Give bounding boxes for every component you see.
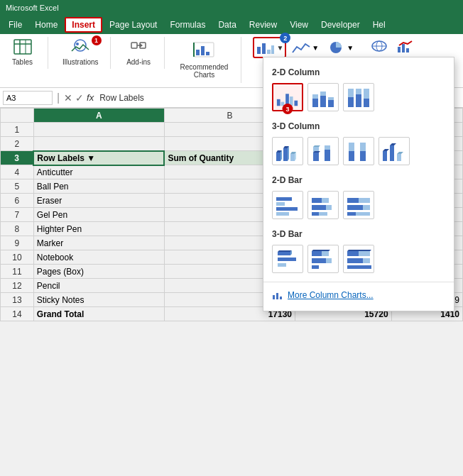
cell-A8[interactable]: Highter Pen bbox=[33, 222, 164, 236]
cell-A6[interactable]: Eraser bbox=[33, 194, 164, 208]
cell-A13[interactable]: Sticky Notes bbox=[33, 293, 164, 307]
menu-bar: File Home Insert Page Layout Formulas Da… bbox=[0, 16, 463, 34]
menu-help[interactable]: Hel bbox=[367, 18, 391, 31]
menu-view[interactable]: View bbox=[284, 18, 314, 31]
cell-A2[interactable] bbox=[33, 137, 164, 151]
menu-page-layout[interactable]: Page Layout bbox=[104, 18, 163, 31]
menu-developer[interactable]: Developer bbox=[315, 18, 366, 31]
row-header-14[interactable]: 14 bbox=[1, 307, 34, 321]
line-chart-button[interactable]: ▼ bbox=[289, 38, 321, 57]
row-header-10[interactable]: 10 bbox=[1, 250, 34, 265]
dropdown-divider bbox=[263, 282, 454, 282]
menu-file[interactable]: File bbox=[3, 18, 28, 31]
svg-marker-97 bbox=[347, 250, 371, 251]
cell-A12[interactable]: Pencil bbox=[33, 279, 164, 293]
row-header-13[interactable]: 13 bbox=[1, 293, 34, 307]
3d-100pct-column-chart[interactable] bbox=[343, 137, 374, 165]
combo-chart-button[interactable] bbox=[394, 37, 418, 55]
menu-formulas[interactable]: Formulas bbox=[164, 18, 211, 31]
3d-clustered-bar-chart[interactable] bbox=[272, 245, 303, 273]
svg-rect-95 bbox=[347, 251, 359, 256]
menu-review[interactable]: Review bbox=[244, 18, 283, 31]
svg-rect-59 bbox=[349, 143, 354, 151]
svg-rect-100 bbox=[347, 265, 371, 269]
3d-stacked-bar-chart[interactable] bbox=[307, 245, 339, 273]
row-header-9[interactable]: 9 bbox=[1, 236, 34, 250]
cell-A7[interactable]: Gel Pen bbox=[33, 208, 164, 222]
row-header-5[interactable]: 5 bbox=[1, 179, 34, 194]
svg-rect-24 bbox=[402, 44, 405, 52]
cell-A1[interactable] bbox=[33, 123, 164, 137]
3d-100pct-bar-chart[interactable] bbox=[343, 245, 374, 273]
row-header-2[interactable]: 2 bbox=[1, 137, 34, 151]
svg-rect-75 bbox=[326, 205, 332, 210]
3d-clustered-column-chart[interactable] bbox=[272, 137, 303, 165]
menu-data[interactable]: Data bbox=[212, 18, 241, 31]
pie-chart-button[interactable]: ▼ bbox=[324, 38, 356, 57]
rec-charts-icon bbox=[192, 40, 215, 63]
section-2d-column-title: 2-D Column bbox=[263, 63, 454, 80]
row-header-4[interactable]: 4 bbox=[1, 165, 34, 179]
recommended-charts-button[interactable]: RecommendedCharts bbox=[176, 37, 233, 82]
svg-rect-49 bbox=[290, 154, 295, 161]
svg-rect-17 bbox=[267, 50, 271, 54]
svg-rect-93 bbox=[326, 258, 332, 263]
row-header-7[interactable]: 7 bbox=[1, 208, 34, 222]
ribbon-group-rec-charts: RecommendedCharts bbox=[176, 37, 242, 83]
svg-rect-39 bbox=[356, 94, 361, 107]
more-column-charts-link[interactable]: More Column Charts... bbox=[263, 285, 454, 305]
other-chart-buttons bbox=[367, 37, 418, 55]
svg-rect-87 bbox=[278, 258, 296, 261]
stacked-column-chart[interactable] bbox=[307, 83, 339, 111]
cell-reference-input[interactable] bbox=[3, 91, 53, 105]
row-header-12[interactable]: 12 bbox=[1, 279, 34, 293]
illustrations-button[interactable]: 1 Illustrations bbox=[60, 37, 102, 67]
3d-stacked-column-chart[interactable] bbox=[307, 137, 339, 165]
3d-col-chart[interactable] bbox=[378, 137, 410, 165]
cell-A10[interactable]: Notebook bbox=[33, 250, 164, 265]
svg-rect-36 bbox=[328, 97, 334, 100]
dropdown-arrow[interactable]: ▼ bbox=[276, 44, 283, 52]
svg-rect-12 bbox=[201, 46, 205, 55]
row-header-1[interactable]: 1 bbox=[1, 123, 34, 137]
menu-insert[interactable]: Insert bbox=[65, 17, 102, 33]
cell-A11[interactable]: Pages (Box) bbox=[33, 265, 164, 279]
svg-rect-23 bbox=[398, 47, 401, 52]
cell-A9[interactable]: Marker bbox=[33, 236, 164, 250]
illustrations-icon bbox=[70, 38, 90, 57]
svg-rect-57 bbox=[325, 145, 330, 150]
clustered-bar-chart[interactable] bbox=[272, 191, 303, 219]
row-header-3[interactable]: 3 bbox=[1, 151, 34, 165]
svg-rect-13 bbox=[206, 52, 209, 55]
map-chart-button[interactable] bbox=[367, 37, 391, 55]
row-header-8[interactable]: 8 bbox=[1, 222, 34, 236]
ribbon-group-addins: Add-ins bbox=[122, 37, 165, 69]
svg-rect-82 bbox=[347, 212, 356, 216]
menu-home[interactable]: Home bbox=[29, 18, 63, 31]
cell-A4[interactable]: Anticutter bbox=[33, 165, 164, 179]
100pct-stacked-bar-chart[interactable] bbox=[343, 191, 374, 219]
row-header-11[interactable]: 11 bbox=[1, 265, 34, 279]
row-header-6[interactable]: 6 bbox=[1, 194, 34, 208]
svg-rect-66 bbox=[397, 154, 401, 161]
svg-marker-63 bbox=[383, 149, 389, 151]
svg-rect-70 bbox=[276, 207, 298, 211]
svg-rect-43 bbox=[276, 153, 280, 161]
addins-label: Add-ins bbox=[126, 58, 151, 66]
svg-rect-25 bbox=[406, 48, 409, 52]
100pct-stacked-column-chart[interactable] bbox=[343, 83, 374, 111]
cell-A14[interactable]: Grand Total bbox=[33, 307, 164, 321]
svg-rect-30 bbox=[294, 101, 298, 106]
cell-A3[interactable]: Row Labels ▼ bbox=[33, 151, 164, 165]
tables-button[interactable]: Tables bbox=[9, 37, 37, 67]
cell-A5[interactable]: Ball Pen bbox=[33, 179, 164, 194]
rec-charts-label: RecommendedCharts bbox=[180, 63, 229, 79]
svg-rect-34 bbox=[320, 92, 326, 96]
clustered-column-chart[interactable]: 3 bbox=[272, 83, 303, 111]
svg-rect-76 bbox=[312, 212, 319, 216]
stacked-bar-chart[interactable] bbox=[307, 191, 339, 219]
col-header-A[interactable]: A bbox=[33, 109, 164, 123]
addins-button[interactable]: Add-ins bbox=[124, 37, 153, 67]
svg-rect-90 bbox=[322, 251, 329, 256]
formula-separator: | bbox=[55, 92, 61, 104]
